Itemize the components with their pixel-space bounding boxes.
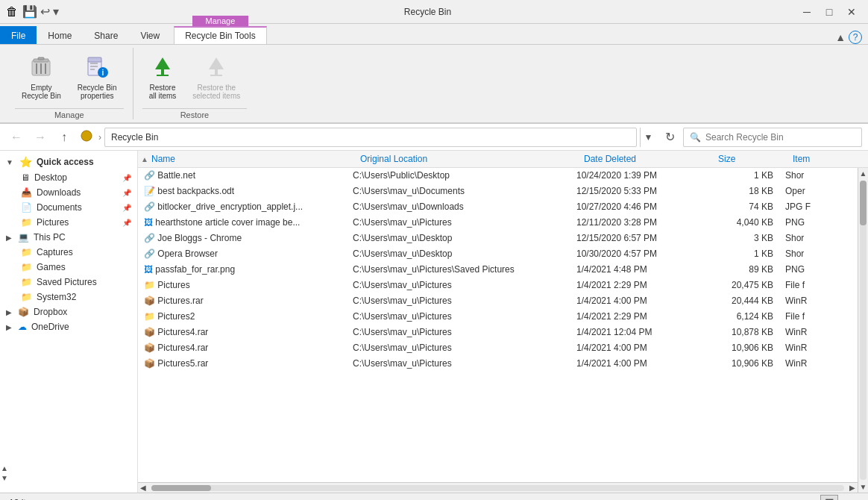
file-location-cell: C:\Users\mav_u\Pictures\Saved Pictures xyxy=(347,263,570,276)
table-row[interactable]: 📦 Pictures5.rar C:\Users\mav_u\Pictures … xyxy=(138,356,858,372)
file-item-cell: PNG xyxy=(779,216,839,229)
sidebar-item-onedrive[interactable]: ▶ ☁ OneDrive xyxy=(0,319,137,334)
col-header-name[interactable]: Name xyxy=(145,151,354,167)
address-path-field[interactable]: Recycle Bin xyxy=(104,128,637,147)
sidebar-item-downloads[interactable]: 📥 Downloads 📌 xyxy=(0,185,137,200)
sidebar-item-quick-access[interactable]: ▼ ⭐ Quick access xyxy=(0,154,137,170)
table-row[interactable]: 📦 Pictures4.rar C:\Users\mav_u\Pictures … xyxy=(138,340,858,356)
svg-marker-16 xyxy=(209,57,224,69)
sidebar-item-saved-pictures[interactable]: 📁 Saved Pictures xyxy=(0,275,137,290)
col-header-size[interactable]: Size xyxy=(712,151,787,167)
hscroll-thumb[interactable] xyxy=(151,485,211,491)
table-row[interactable]: 🔗 Opera Browser C:\Users\mav_u\Desktop 1… xyxy=(138,246,858,262)
search-icon: 🔍 xyxy=(690,132,701,143)
up-button[interactable]: ↑ xyxy=(54,127,75,148)
sidebar-item-system32[interactable]: 📁 System32 xyxy=(0,290,137,304)
col-header-location[interactable]: Original Location xyxy=(354,151,578,167)
saved-pictures-icon: 📁 xyxy=(21,277,32,287)
file-size-cell: 1 KB xyxy=(705,247,779,260)
restore-all-items-button[interactable]: Restoreall items xyxy=(142,51,183,104)
file-item-cell: WinR xyxy=(779,357,839,370)
file-deleted-cell: 10/24/2020 1:39 PM xyxy=(570,169,705,182)
captures-icon: 📁 xyxy=(21,247,32,257)
sidebar-scroll-up[interactable]: ▲ xyxy=(1,464,8,472)
hscroll-track[interactable] xyxy=(151,485,844,491)
system32-label: System32 xyxy=(37,292,76,302)
table-row[interactable]: 📁 Pictures2 C:\Users\mav_u\Pictures 1/4/… xyxy=(138,309,858,325)
file-name-cell: 📦 Pictures4.rar xyxy=(138,341,347,354)
table-row[interactable]: 📦 Pictures.rar C:\Users\mav_u\Pictures 1… xyxy=(138,293,858,309)
file-location-cell: C:\Users\mav_u\Pictures xyxy=(347,278,570,292)
table-row[interactable]: 🔗 bitlocker_drive_encryption_applet.j...… xyxy=(138,199,858,215)
sidebar-item-desktop[interactable]: 🖥 Desktop 📌 xyxy=(0,170,137,185)
documents-pin-icon: 📌 xyxy=(122,204,131,212)
vertical-scrollbar[interactable]: ▲ ▼ xyxy=(858,168,868,493)
forward-button[interactable]: → xyxy=(30,127,51,148)
vscroll-up-arrow[interactable]: ▲ xyxy=(858,168,868,179)
back-button[interactable]: ← xyxy=(6,127,27,148)
qs-dropdown-icon[interactable]: ▾ xyxy=(53,4,59,19)
sidebar-item-documents[interactable]: 📄 Documents 📌 xyxy=(0,200,137,215)
qs-save-icon[interactable]: 💾 xyxy=(22,4,37,19)
search-box[interactable]: 🔍 xyxy=(683,128,862,147)
table-row[interactable]: 🔗 Battle.net C:\Users\Public\Desktop 10/… xyxy=(138,168,858,184)
minimize-button[interactable]: ─ xyxy=(796,3,817,21)
address-dropdown-button[interactable]: ▼ xyxy=(640,128,656,147)
sidebar-item-this-pc[interactable]: ▶ 💻 This PC xyxy=(0,230,137,245)
vscroll-thumb[interactable] xyxy=(860,181,867,225)
col-header-deleted[interactable]: Date Deleted xyxy=(578,151,712,167)
horizontal-scrollbar[interactable]: ◀ ▶ xyxy=(138,482,858,493)
saved-pictures-label: Saved Pictures xyxy=(37,277,97,287)
file-location-cell: C:\Users\mav_u\Pictures xyxy=(347,310,570,323)
file-size-cell: 10,878 KB xyxy=(705,325,779,339)
hscroll-left-arrow[interactable]: ◀ xyxy=(138,484,148,492)
sidebar-item-dropbox[interactable]: ▶ 📦 Dropbox xyxy=(0,304,137,319)
file-location-cell: C:\Users\mav_u\Downloads xyxy=(347,200,570,213)
refresh-button[interactable]: ↻ xyxy=(659,127,680,148)
sort-arrow-stub[interactable]: ▲ xyxy=(138,155,145,163)
onedrive-arrow-icon: ▶ xyxy=(6,323,12,331)
table-row[interactable]: 📦 Pictures4.rar C:\Users\mav_u\Pictures … xyxy=(138,325,858,340)
file-size-cell: 10,906 KB xyxy=(705,341,779,354)
onedrive-icon: ☁ xyxy=(18,322,27,332)
table-row[interactable]: 🖼 hearthstone article cover image be... … xyxy=(138,215,858,231)
tab-share[interactable]: Share xyxy=(83,26,129,44)
sidebar-item-captures[interactable]: 📁 Captures xyxy=(0,245,137,260)
restore-selected-button[interactable]: Restore theselected items xyxy=(186,51,247,104)
pictures-label: Pictures xyxy=(37,217,69,228)
file-location-cell: C:\Users\mav_u\Pictures xyxy=(347,294,570,307)
file-item-cell: JPG F xyxy=(779,200,839,213)
qs-undo-icon[interactable]: ↩ xyxy=(40,4,50,19)
table-row[interactable]: 📝 best backpacks.odt C:\Users\mav_u\Docu… xyxy=(138,184,858,199)
captures-label: Captures xyxy=(37,247,73,257)
empty-recycle-bin-button[interactable]: EmptyRecycle Bin xyxy=(15,51,68,104)
tab-home[interactable]: Home xyxy=(37,26,83,44)
sidebar-item-games[interactable]: 📁 Games xyxy=(0,260,137,275)
sidebar-scroll-down[interactable]: ▼ xyxy=(1,474,8,482)
tab-recycle-bin-tools[interactable]: Recycle Bin Tools xyxy=(174,26,267,44)
location-icon xyxy=(81,130,92,142)
tab-file[interactable]: File xyxy=(0,26,37,44)
vscroll-down-arrow[interactable]: ▼ xyxy=(858,481,868,493)
table-row[interactable]: 🔗 Joe Bloggs - Chrome C:\Users\mav_u\Des… xyxy=(138,231,858,246)
table-row[interactable]: 🖼 passfab_for_rar.png C:\Users\mav_u\Pic… xyxy=(138,262,858,278)
help-icon[interactable]: ? xyxy=(849,31,862,44)
ribbon-collapse-icon[interactable]: ▲ xyxy=(835,31,846,43)
hscroll-right-arrow[interactable]: ▶ xyxy=(847,484,858,492)
sidebar: ▼ ⭐ Quick access 🖥 Desktop 📌 📥 Downloads… xyxy=(0,151,138,493)
file-deleted-cell: 12/15/2020 5:33 PM xyxy=(570,184,705,198)
file-location-cell: C:\Users\mav_u\Pictures xyxy=(347,357,570,370)
sidebar-item-pictures[interactable]: 📁 Pictures 📌 xyxy=(0,215,137,230)
desktop-pin-icon: 📌 xyxy=(122,174,131,182)
search-input[interactable] xyxy=(705,132,855,143)
recycle-bin-properties-button[interactable]: i Recycle Binproperties xyxy=(71,51,124,104)
vscroll-track[interactable] xyxy=(860,181,867,480)
details-view-button[interactable]: ☰ xyxy=(820,495,838,501)
large-icons-view-button[interactable]: ⊞ xyxy=(841,495,859,501)
close-button[interactable]: ✕ xyxy=(841,3,862,21)
tab-view[interactable]: View xyxy=(129,26,171,44)
maximize-button[interactable]: □ xyxy=(819,3,840,21)
col-header-item[interactable]: Item xyxy=(787,151,846,167)
ribbon-group-restore: Restoreall items Restore theselected ite… xyxy=(133,48,257,119)
table-row[interactable]: 📁 Pictures C:\Users\mav_u\Pictures 1/4/2… xyxy=(138,278,858,293)
